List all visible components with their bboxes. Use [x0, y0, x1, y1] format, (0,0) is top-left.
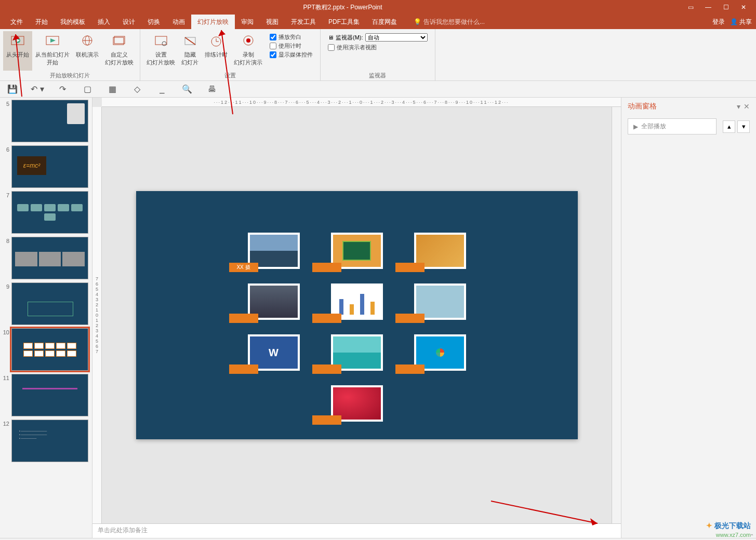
- group-label-monitor: 监视器: [324, 71, 432, 80]
- slide-thumb-11[interactable]: [11, 374, 88, 416]
- menu-bar: 文件 开始 我的模板 插入 设计 切换 动画 幻灯片放映 审阅 视图 开发工具 …: [0, 15, 756, 29]
- slide-thumbnail-panel[interactable]: 5 6 ε=mc² 7 8 9 10✦ 11 12 • ——————————• …: [0, 98, 92, 538]
- svg-point-18: [246, 38, 250, 43]
- slide-image-7[interactable]: W: [248, 334, 300, 371]
- present-online-button[interactable]: 联机演示: [73, 31, 102, 71]
- menu-file[interactable]: 文件: [4, 15, 29, 29]
- vertical-scrollbar[interactable]: [612, 107, 621, 523]
- monitor-select[interactable]: 自动: [365, 33, 428, 42]
- setup-slideshow-button[interactable]: 设置 幻灯片放映: [143, 31, 178, 71]
- tell-me-search[interactable]: 💡 告诉我您想要做什么...: [414, 18, 485, 26]
- share-button[interactable]: 👤 共享: [730, 18, 752, 26]
- slide-image-5[interactable]: [331, 284, 383, 320]
- slide-thumb-7[interactable]: [11, 191, 88, 234]
- slide-canvas-area[interactable]: XX 摄 W: [102, 107, 612, 523]
- svg-marker-4: [50, 38, 56, 43]
- login-link[interactable]: 登录: [712, 18, 725, 26]
- svg-rect-10: [155, 36, 167, 45]
- ribbon: 从头开始 从当前幻灯片 开始 联机演示 自定义 幻灯片放映 开始放映幻灯片 设置…: [0, 29, 756, 81]
- slide-image-8[interactable]: [331, 334, 383, 371]
- monitor-icon: 🖥: [328, 34, 334, 40]
- vertical-ruler: 765432101234567: [92, 107, 102, 523]
- quick-access-toolbar: 💾 ↶ ▾ ↷ ▢ ▦ ◇ ⎯ 🔍 🖶: [0, 81, 756, 98]
- slide-canvas[interactable]: XX 摄 W: [136, 191, 578, 439]
- show-media-controls-checkbox[interactable]: 显示媒体控件: [270, 51, 313, 59]
- menu-design[interactable]: 设计: [116, 15, 141, 29]
- thumb-number: 9: [2, 282, 11, 325]
- menu-templates[interactable]: 我的模板: [54, 15, 91, 29]
- animation-pane-title: 动画窗格: [628, 102, 657, 111]
- svg-point-11: [162, 42, 166, 46]
- thumb-number: 10✦: [2, 328, 11, 371]
- find-icon[interactable]: 🔍: [180, 83, 194, 96]
- menu-pdf[interactable]: PDF工具集: [322, 15, 366, 29]
- horizontal-ruler: ···12···11···10···9···8···7···6···5···4·…: [102, 98, 621, 107]
- save-icon[interactable]: 💾: [5, 83, 20, 96]
- menu-home[interactable]: 开始: [29, 15, 54, 29]
- slide-thumb-6[interactable]: ε=mc²: [11, 145, 88, 188]
- slide-image-3[interactable]: [414, 233, 466, 269]
- shapes-icon[interactable]: ◇: [130, 83, 144, 96]
- menu-transitions[interactable]: 切换: [141, 15, 166, 29]
- slide-image-10[interactable]: [331, 385, 383, 422]
- menu-baidu[interactable]: 百度网盘: [366, 15, 403, 29]
- menu-devtools[interactable]: 开发工具: [285, 15, 322, 29]
- presenter-view-checkbox[interactable]: 使用演示者视图: [328, 44, 428, 51]
- play-from-current-icon: [44, 33, 61, 50]
- ribbon-display-icon[interactable]: ▭: [685, 2, 696, 12]
- thumb-number: 8: [2, 237, 11, 279]
- monitor-label: 监视器(M):: [336, 34, 363, 42]
- undo-icon[interactable]: ↶ ▾: [30, 83, 45, 96]
- maximize-icon[interactable]: ☐: [721, 2, 731, 12]
- menu-slideshow[interactable]: 幻灯片放映: [191, 15, 235, 29]
- close-icon[interactable]: ✕: [738, 2, 749, 12]
- thumb-number: 5: [2, 100, 11, 142]
- play-narrations-checkbox[interactable]: 播放旁白: [270, 33, 313, 41]
- watermark-url: www.xz7.com: [716, 532, 751, 538]
- move-down-button[interactable]: ▾: [737, 120, 750, 133]
- redo-icon[interactable]: ↷: [55, 83, 70, 96]
- slide-thumb-10[interactable]: [11, 328, 88, 371]
- table-icon[interactable]: ▦: [105, 83, 120, 96]
- menu-insert[interactable]: 插入: [91, 15, 116, 29]
- hide-slide-button[interactable]: 隐藏 幻灯片: [178, 31, 202, 71]
- menu-review[interactable]: 审阅: [235, 15, 260, 29]
- status-bar: 幻灯片 第 10 张，共 12 张 "天体" 📖 中文(中国) ≐ 备注 💬 批…: [0, 538, 756, 540]
- editor-area: ···12···11···10···9···8···7···6···5···4·…: [92, 98, 621, 538]
- clock-icon: [208, 33, 224, 50]
- slide-thumb-5[interactable]: [11, 100, 88, 142]
- group-label-setup: 设置: [143, 71, 317, 80]
- menu-view[interactable]: 视图: [260, 15, 285, 29]
- menu-animations[interactable]: 动画: [166, 15, 191, 29]
- use-timings-checkbox[interactable]: 使用计时: [270, 42, 313, 50]
- from-current-button[interactable]: 从当前幻灯片 开始: [32, 31, 73, 71]
- svg-line-13: [185, 37, 195, 45]
- custom-slideshow-button[interactable]: 自定义 幻灯片放映: [102, 31, 137, 71]
- window-title: PPT教程2.pptx - PowerPoint: [0, 3, 685, 12]
- slide-thumb-8[interactable]: [11, 237, 88, 279]
- anim-pane-dropdown-icon[interactable]: ▾: [737, 102, 740, 111]
- record-slideshow-button[interactable]: 录制 幻灯片演示: [231, 31, 266, 71]
- from-beginning-button[interactable]: 从头开始: [3, 31, 32, 71]
- play-all-button[interactable]: ▶ 全部播放: [628, 118, 717, 134]
- move-up-button[interactable]: ▴: [723, 120, 735, 133]
- notes-pane[interactable]: 单击此处添加备注: [92, 523, 621, 538]
- rehearse-timings-button[interactable]: 排练计时: [202, 31, 231, 71]
- animation-pane: 动画窗格 ▾ ✕ ▶ 全部播放 ▴ ▾: [621, 98, 756, 538]
- slide-image-2[interactable]: [331, 233, 383, 269]
- align-icon[interactable]: ⎯: [155, 83, 169, 96]
- slide-image-9[interactable]: [414, 334, 466, 371]
- slide-thumb-12[interactable]: • ——————————• ——————————• ——————: [11, 420, 88, 462]
- slide-image-4[interactable]: [248, 284, 300, 320]
- record-icon: [240, 33, 257, 50]
- slide-image-6[interactable]: [414, 284, 466, 320]
- minimize-icon[interactable]: —: [703, 2, 713, 12]
- new-slide-icon[interactable]: ▢: [80, 83, 95, 96]
- slide-image-1[interactable]: XX 摄: [248, 233, 300, 269]
- play-from-start-icon: [9, 33, 26, 50]
- anim-pane-close-icon[interactable]: ✕: [744, 102, 750, 111]
- slide-thumb-9[interactable]: [11, 282, 88, 325]
- image-grid: XX 摄 W: [136, 191, 578, 463]
- globe-icon: [79, 33, 96, 50]
- quick-print-icon[interactable]: 🖶: [205, 83, 219, 96]
